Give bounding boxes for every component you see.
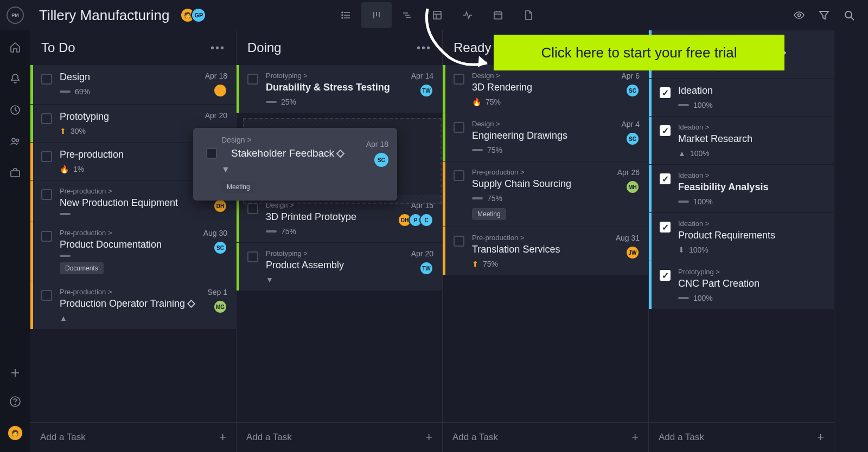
board-column: ReadyDesign >3D Rendering🔥75%Apr 6SCDesi… [443, 30, 649, 452]
plus-icon: + [631, 430, 639, 444]
column-header: To Do••• [30, 30, 236, 65]
assignee-avatar: SC [213, 241, 227, 255]
project-members[interactable]: 🧑 GP [180, 8, 206, 23]
task-checkbox[interactable] [41, 113, 52, 124]
card-date: Aug 30 [203, 229, 227, 237]
milestone-icon [187, 300, 196, 308]
task-checkbox[interactable] [206, 148, 217, 159]
svg-point-4 [342, 15, 343, 16]
view-list-icon[interactable] [331, 2, 361, 28]
task-checkbox[interactable] [247, 203, 258, 214]
card-progress: 25% [281, 98, 296, 106]
task-checkbox[interactable]: ✓ [660, 125, 671, 136]
card-title: Product Documentation [60, 239, 199, 250]
board-column: To Do•••Design69%Apr 18Prototyping⬆30%Ap… [30, 30, 237, 452]
card-meta [60, 213, 201, 215]
add-task-label: Add a Task [659, 432, 704, 443]
dragging-card[interactable]: Design > Stakeholder Feedback ▼ Meeting … [193, 128, 397, 201]
task-card[interactable]: Prototyping >Product Assembly▼Apr 20TW [237, 243, 442, 291]
task-checkbox[interactable]: ✓ [660, 87, 671, 98]
card-content: Prototyping >CNC Part Creation100% [678, 268, 825, 302]
priority-none-icon [678, 297, 689, 299]
card-meta: ⬆75% [472, 260, 611, 268]
task-checkbox[interactable] [454, 170, 464, 181]
card-stripe [30, 222, 33, 281]
task-card[interactable]: Pre-production >Supply Chain Sourcing75%… [443, 162, 648, 227]
home-icon[interactable] [9, 41, 21, 53]
search-icon[interactable] [843, 9, 855, 21]
task-checkbox[interactable]: ✓ [660, 270, 671, 281]
task-card[interactable]: Design69%Apr 18 [30, 65, 236, 105]
view-board-icon[interactable] [361, 2, 392, 28]
task-card[interactable]: Pre-production >Translation Services⬆75%… [443, 227, 648, 275]
cta-arrow [417, 3, 498, 74]
assignee-avatars: TW [419, 83, 433, 98]
task-checkbox[interactable] [41, 74, 52, 85]
svg-point-3 [342, 12, 343, 13]
column-menu-icon[interactable]: ••• [210, 42, 225, 54]
card-breadcrumb: Prototyping > [678, 268, 825, 276]
project-title: Tillery Manufacturing [39, 7, 169, 24]
people-icon[interactable] [9, 135, 21, 147]
add-task-button[interactable]: Add a Task+ [649, 422, 834, 452]
column-title: To Do [41, 40, 75, 55]
portfolio-icon[interactable] [9, 167, 21, 179]
card-content: Design >3D Rendering🔥75% [472, 72, 617, 106]
card-meta: ⬇100% [678, 246, 825, 254]
app-logo[interactable]: PM [7, 7, 24, 24]
card-breadcrumb: Design > [221, 135, 388, 144]
add-task-button[interactable]: Add a Task+ [443, 422, 648, 452]
task-card[interactable]: ✓Ideation >Product Requirements⬇100% [649, 213, 834, 261]
task-checkbox[interactable] [247, 251, 258, 262]
svg-point-21 [845, 11, 852, 18]
user-avatar[interactable]: 🧑 [7, 425, 23, 441]
help-icon[interactable] [9, 396, 21, 408]
task-checkbox[interactable] [454, 74, 464, 85]
card-date: Apr 20 [411, 249, 433, 258]
card-meta: ⬆30% [60, 127, 201, 135]
task-card[interactable]: ✓Prototyping >CNC Part Creation100% [649, 261, 834, 309]
priority-none-icon [266, 230, 277, 233]
task-card[interactable]: Pre-production >Production Operator Trai… [30, 281, 236, 330]
board-column: Doing•••Prototyping >Durability & Stress… [237, 30, 443, 452]
task-checkbox[interactable]: ✓ [660, 222, 671, 233]
task-card[interactable]: ✓Ideation >Market Research▲100% [649, 117, 834, 165]
card-right: Apr 20TW [411, 249, 433, 284]
task-checkbox[interactable] [247, 74, 258, 85]
add-task-label: Add a Task [40, 432, 86, 443]
card-content: Pre-production >Product DocumentationDoc… [60, 229, 199, 274]
recent-icon[interactable] [9, 104, 21, 116]
task-card[interactable]: ✓Ideation >Feasibility Analysis100% [649, 165, 834, 213]
priority-none-icon [60, 91, 71, 93]
assignee-avatars: DH [213, 199, 227, 213]
add-task-button[interactable]: Add a Task+ [237, 422, 442, 452]
assignee-avatars: MG [213, 300, 227, 314]
card-title: Ideation [678, 85, 825, 96]
task-card[interactable]: Pre-production >Product DocumentationDoc… [30, 222, 236, 281]
priority-none-icon [60, 213, 71, 215]
task-checkbox[interactable] [41, 231, 52, 242]
task-checkbox[interactable] [41, 151, 52, 162]
add-icon[interactable] [10, 367, 21, 378]
task-checkbox[interactable] [41, 290, 52, 301]
task-checkbox[interactable]: ✓ [660, 173, 671, 184]
filter-icon[interactable] [818, 9, 830, 21]
visibility-icon[interactable] [793, 9, 805, 21]
view-files-icon[interactable] [513, 2, 544, 28]
card-progress: 100% [693, 197, 713, 206]
task-checkbox[interactable] [41, 189, 52, 200]
priority-up-icon: ⬆ [60, 127, 66, 135]
milestone-icon [336, 150, 345, 158]
task-checkbox[interactable] [454, 122, 464, 133]
task-card[interactable]: ✓Ideation100% [649, 79, 834, 117]
cta-banner[interactable]: Click here to start your free trial [494, 35, 784, 70]
assignee-avatar: JW [626, 246, 640, 260]
task-card[interactable]: Prototyping >Durability & Stress Testing… [237, 65, 442, 113]
task-card[interactable]: Design >Engineering Drawings75%Apr 4SC [443, 113, 648, 162]
card-date: Apr 18 [366, 140, 388, 148]
column-title: Doing [247, 40, 282, 55]
card-title: New Production Equipment [60, 197, 201, 209]
task-checkbox[interactable] [454, 236, 464, 247]
add-task-button[interactable]: Add a Task+ [30, 422, 236, 452]
notifications-icon[interactable] [9, 73, 21, 85]
